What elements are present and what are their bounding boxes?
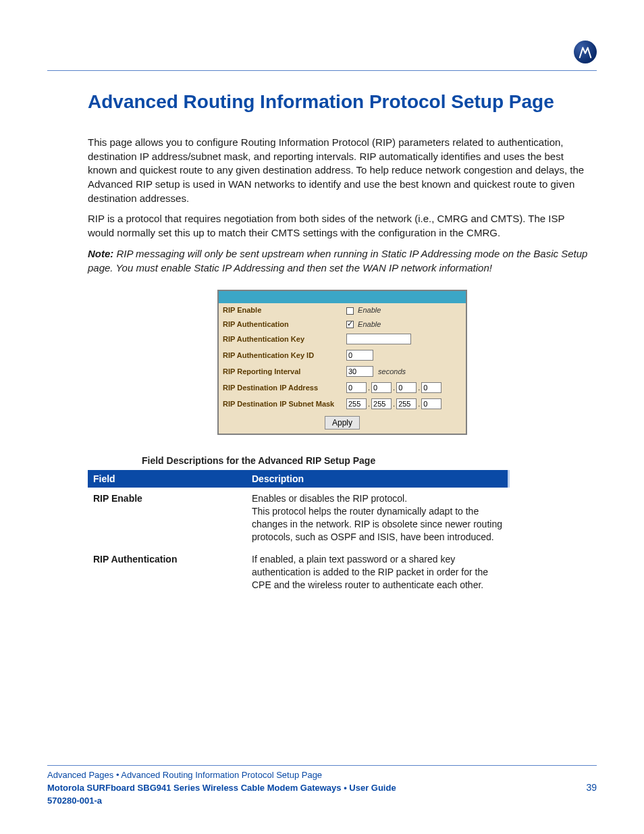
rip-auth-label: RIP Authentication: [219, 317, 342, 332]
col-description: Description: [246, 470, 509, 488]
field-desc-caption: Field Descriptions for the Advanced RIP …: [88, 455, 597, 466]
intro-paragraph-2: RIP is a protocol that requires negotiat…: [88, 212, 597, 240]
rip-auth-key-input[interactable]: [346, 334, 411, 344]
intro-paragraph-1: This page allows you to configure Routin…: [88, 136, 597, 205]
rip-auth-key-id-label: RIP Authentication Key ID: [219, 347, 342, 363]
dest-ip-octet-3[interactable]: [396, 382, 417, 393]
doc-code: 570280-001-a: [47, 796, 597, 806]
field-name: RIP Enable: [88, 488, 246, 548]
rip-auth-checkbox[interactable]: [346, 321, 354, 328]
field-desc-table: Field Description RIP Enable Enables or …: [88, 470, 510, 596]
rip-interval-input[interactable]: [346, 366, 373, 377]
col-field: Field: [88, 470, 246, 488]
dest-ip-octet-1[interactable]: [346, 382, 367, 393]
header-rule: [47, 70, 597, 71]
rip-auth-key-id-input[interactable]: [346, 350, 373, 361]
rip-interval-unit: seconds: [378, 367, 406, 375]
breadcrumb: Advanced Pages • Advanced Routing Inform…: [47, 770, 597, 780]
dest-mask-octet-4[interactable]: [421, 398, 441, 409]
rip-setup-panel: RIP Enable Enable RIP Authentication Ena…: [217, 290, 467, 435]
dest-ip-octet-2[interactable]: [371, 382, 392, 393]
rip-dest-ip-label: RIP Destination IP Address: [219, 380, 342, 396]
page-footer: Advanced Pages • Advanced Routing Inform…: [47, 765, 597, 807]
dest-mask-octet-3[interactable]: [396, 398, 417, 409]
rip-interval-label: RIP Reporting Interval: [219, 363, 342, 380]
table-row: RIP Enable Enables or disables the RIP p…: [88, 488, 509, 548]
footer-rule: [47, 765, 597, 766]
motorola-logo: [574, 41, 597, 63]
dest-mask-octet-2[interactable]: [371, 398, 392, 409]
field-desc: Enables or disables the RIP protocol. Th…: [246, 488, 509, 548]
rip-enable-text: Enable: [358, 306, 381, 314]
dest-ip-octet-4[interactable]: [421, 382, 441, 393]
guide-title: Motorola SURFboard SBG941 Series Wireles…: [47, 783, 396, 793]
rip-enable-label: RIP Enable: [219, 303, 342, 317]
page-title: Advanced Routing Information Protocol Se…: [47, 91, 597, 113]
note-text: RIP messaging will only be sent upstream…: [88, 248, 587, 273]
rip-enable-checkbox[interactable]: [346, 307, 354, 315]
rip-dest-mask-label: RIP Destination IP Subnet Mask: [219, 396, 342, 412]
panel-header-bar: [219, 291, 466, 303]
table-row: RIP Authentication If enabled, a plain t…: [88, 548, 509, 596]
rip-auth-text: Enable: [358, 320, 381, 328]
field-desc: If enabled, a plain text password or a s…: [246, 548, 509, 596]
apply-button[interactable]: Apply: [325, 416, 360, 429]
note-paragraph: Note: RIP messaging will only be sent up…: [88, 247, 597, 275]
rip-auth-key-label: RIP Authentication Key: [219, 331, 342, 347]
field-name: RIP Authentication: [88, 548, 246, 596]
note-label: Note:: [88, 248, 113, 259]
page-number: 39: [586, 782, 597, 793]
dest-mask-octet-1[interactable]: [346, 398, 367, 409]
